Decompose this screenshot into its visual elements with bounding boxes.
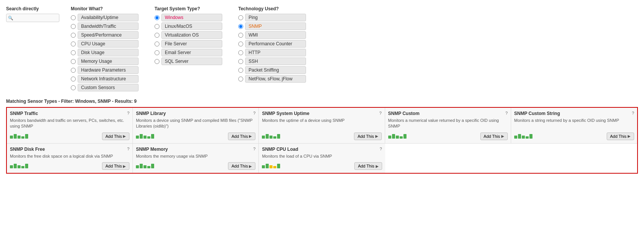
arrow-icon: ▶ [375,134,378,138]
bar [392,134,395,139]
help-icon[interactable]: ? [127,147,129,151]
bar [25,134,28,139]
empty-cell [511,144,637,173]
help-icon[interactable]: ? [379,111,381,115]
search-input[interactable] [6,14,59,22]
bar [514,136,517,139]
bar [18,136,21,139]
bar [25,164,28,168]
monitor-availability[interactable]: Availability/Uptime [71,14,147,21]
tech-ssh[interactable]: SSH [238,58,314,65]
monitor-memory[interactable]: Memory Usage [71,58,147,65]
tech-wmi[interactable]: WMI [238,31,314,39]
sensor-footer: Add This ▶ [136,162,255,170]
sensor-footer: Add This ▶ [262,162,382,170]
tech-perfcounter[interactable]: Performance Counter [238,40,314,48]
monitor-cpu[interactable]: CPU Usage [71,40,147,48]
help-icon[interactable]: ? [632,111,634,115]
monitor-custom[interactable]: Custom Sensors [71,84,147,91]
sensor-title: SNMP CPU Load [262,147,298,152]
bar [140,164,143,168]
add-this-button[interactable]: Add This ▶ [354,162,382,170]
monitor-disk[interactable]: Disk Usage [71,49,147,56]
technology-column: Technology Used? Ping SNMP WMI Performan… [238,6,314,93]
arrow-icon: ▶ [249,134,252,138]
bar [147,166,150,168]
bar [396,136,399,139]
progress-bars [388,134,406,139]
help-icon[interactable]: ? [127,111,129,115]
add-this-button[interactable]: Add This ▶ [480,133,508,140]
bar [518,134,521,139]
bar [403,134,406,139]
sensor-footer: Add This ▶ [514,133,634,140]
help-icon[interactable]: ? [379,147,382,151]
sensor-footer: Add This ▶ [136,133,255,140]
add-this-button[interactable]: Add This ▶ [102,162,129,170]
bar [143,136,147,139]
sensor-desc: Monitors a string returned by a specific… [514,118,634,129]
search-section: Search directly 🔍 [6,6,63,93]
sensor-desc: Monitors the free disk space on a logica… [10,153,129,159]
bar [273,136,276,139]
sensor-snmp-cpu: SNMP CPU Load ? Monitors the load of a C… [259,144,385,173]
tech-http[interactable]: HTTP [238,49,314,56]
sensor-title: SNMP Disk Free [10,147,45,152]
bar [269,136,273,139]
progress-bars [10,164,28,168]
sensor-desc: Monitors the load of a CPU via SNMP [262,153,382,159]
target-emailserver[interactable]: Email Server [155,49,231,56]
help-icon[interactable]: ? [253,147,255,151]
bar [277,134,280,139]
tech-packet[interactable]: Packet Sniffing [238,66,314,74]
bar [136,165,139,168]
target-fileserver[interactable]: File Server [155,40,231,48]
tech-snmp[interactable]: SNMP [238,22,314,30]
sensor-snmp-uptime: SNMP System Uptime ? Monitors the uptime… [259,108,385,144]
sensor-title: SNMP Traffic [10,111,38,116]
monitor-network[interactable]: Network Infrastructure [71,75,147,83]
help-icon[interactable]: ? [505,111,508,115]
sensor-desc: Monitors a numerical value returned by a… [388,118,508,129]
sensor-header: SNMP Disk Free ? [10,147,129,152]
sensor-header: SNMP System Uptime ? [262,111,381,116]
target-system-column: Target System Type? Windows Linux/MacOS … [155,6,231,93]
tech-ping[interactable]: Ping [238,14,314,21]
target-virtualization[interactable]: Virtualization OS [155,31,231,39]
monitor-bandwidth[interactable]: Bandwidth/Traffic [71,22,147,30]
tech-netflow[interactable]: NetFlow, sFlow, jFlow [238,75,314,83]
add-this-button[interactable]: Add This ▶ [102,133,129,140]
add-this-button[interactable]: Add This ▶ [354,133,381,140]
bar [400,136,403,139]
results-header: Matching Sensor Types - Filter: Windows,… [6,99,638,104]
sensor-title: SNMP System Uptime [262,111,309,116]
bar [522,136,525,139]
target-sqlserver[interactable]: SQL Server [155,58,231,65]
target-linux[interactable]: Linux/MacOS [155,22,231,30]
bar [18,165,21,168]
bar [21,136,24,139]
target-system-label: Target System Type? [155,6,231,11]
add-this-button[interactable]: Add This ▶ [228,133,255,140]
results-grid: SNMP Traffic ? Monitors bandwidth and tr… [6,107,638,174]
sensor-desc: Monitors the memory usage via SNMP [136,153,255,159]
progress-bars [262,134,280,139]
target-windows[interactable]: Windows [155,14,231,21]
add-this-button[interactable]: Add This ▶ [228,162,255,170]
help-icon[interactable]: ? [253,111,255,115]
sensor-footer: Add This ▶ [10,133,129,140]
results-section: Matching Sensor Types - Filter: Windows,… [6,99,638,174]
sensor-footer: Add This ▶ [262,133,381,140]
sensor-snmp-custom: SNMP Custom ? Monitors a numerical value… [385,108,511,144]
sensor-desc: Monitors bandwidth and traffic on server… [10,118,129,129]
arrow-icon: ▶ [249,164,252,168]
search-label: Search directly [6,6,63,11]
sensor-footer: Add This ▶ [388,133,508,140]
sensor-title: SNMP Custom String [514,111,560,116]
monitor-hardware[interactable]: Hardware Parameters [71,66,147,74]
monitor-speed[interactable]: Speed/Performance [71,31,147,39]
add-this-button[interactable]: Add This ▶ [607,133,634,140]
bar [526,136,529,139]
bar [10,136,13,139]
sensor-title: SNMP Custom [388,111,419,116]
